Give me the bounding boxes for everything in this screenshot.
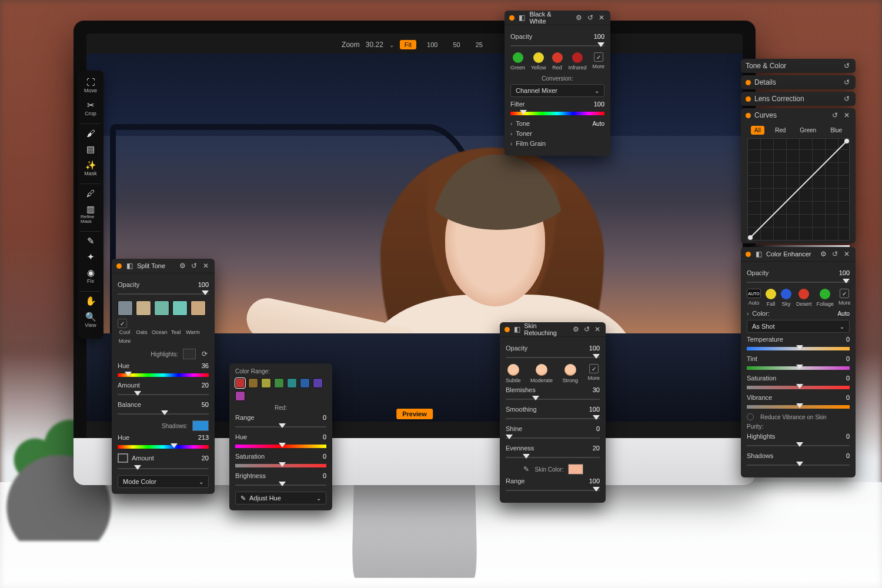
preset-warm[interactable] xyxy=(191,300,206,316)
zoom-100-button[interactable]: 100 xyxy=(422,40,442,49)
refresh-icon[interactable]: ⟳ xyxy=(201,350,209,358)
cr-range-value[interactable]: 0 xyxy=(323,414,326,421)
reset-icon[interactable]: ↺ xyxy=(190,262,198,270)
preset-ocean[interactable] xyxy=(154,300,169,316)
gear-icon[interactable]: ⚙ xyxy=(178,262,186,270)
blem-value[interactable]: 30 xyxy=(593,386,600,393)
tool-brush[interactable]: 🖌 xyxy=(81,123,101,140)
chip-infrared[interactable]: Infrared xyxy=(569,52,587,71)
toner-disclosure[interactable]: ›Toner xyxy=(510,130,604,137)
chip-subtle[interactable]: Subtle xyxy=(506,364,521,383)
even-value[interactable]: 20 xyxy=(593,445,600,452)
preset-more[interactable] xyxy=(118,319,127,328)
white-balance-select[interactable]: As Shot⌄ xyxy=(747,320,850,333)
reset-icon[interactable]: ↺ xyxy=(583,325,590,333)
curves-tab-red[interactable]: Red xyxy=(771,126,789,135)
chip-sky[interactable]: Sky xyxy=(781,289,791,307)
cr-bri-slider[interactable] xyxy=(235,482,326,488)
chip-desert[interactable]: Desert xyxy=(796,289,812,307)
smooth-slider[interactable] xyxy=(506,416,600,422)
tool-wand[interactable]: ✨Mask xyxy=(81,158,101,179)
ce-opacity-value[interactable]: 100 xyxy=(839,269,850,276)
reduce-vibrance-toggle[interactable]: Reduce Vibrance on Skin xyxy=(747,413,850,420)
link-amount-value[interactable]: 20 xyxy=(202,455,209,462)
chip-green[interactable]: Green xyxy=(510,52,525,71)
chip-strong[interactable]: Strong xyxy=(562,364,578,383)
amount-value[interactable]: 20 xyxy=(202,382,209,389)
shadow-hue-value[interactable]: 213 xyxy=(198,434,209,441)
balance-slider[interactable] xyxy=(118,411,209,417)
tool-refine-brush[interactable]: 🖊 xyxy=(81,183,101,200)
reset-icon[interactable]: ↺ xyxy=(843,78,851,86)
color-swatch[interactable] xyxy=(235,391,245,401)
smooth-value[interactable]: 100 xyxy=(589,406,600,413)
color-swatch[interactable] xyxy=(313,378,323,388)
panel-enable-dot[interactable] xyxy=(746,252,751,257)
chip-foliage[interactable]: Foliage xyxy=(817,289,834,307)
cr-bri-value[interactable]: 0 xyxy=(323,472,326,479)
group-details[interactable]: Details↺ xyxy=(741,75,856,89)
tone-auto-button[interactable]: Auto xyxy=(592,121,604,127)
tone-disclosure[interactable]: ›ToneAuto xyxy=(510,120,604,127)
panel-enable-dot[interactable] xyxy=(746,80,751,85)
blem-slider[interactable] xyxy=(506,396,600,402)
conversion-select[interactable]: Channel Mixer⌄ xyxy=(510,84,604,97)
reset-icon[interactable]: ↺ xyxy=(831,250,839,258)
mode-select[interactable]: Mode Color ⌄ xyxy=(118,475,209,488)
cr-hue-slider[interactable] xyxy=(235,443,326,449)
chip-fall[interactable]: Fall xyxy=(766,289,776,307)
filter-slider[interactable] xyxy=(510,111,604,116)
close-icon[interactable]: ✕ xyxy=(843,111,851,119)
cr-sat-value[interactable]: 0 xyxy=(323,453,326,460)
reset-icon[interactable]: ↺ xyxy=(831,111,839,119)
curves-graph[interactable] xyxy=(747,138,850,240)
color-swatch[interactable] xyxy=(274,378,284,388)
panel-enable-dot[interactable] xyxy=(746,113,751,118)
chip-moderate[interactable]: Moderate xyxy=(530,364,553,383)
tool-redeye[interactable]: ◉Fix xyxy=(81,266,101,286)
skin-color-swatch[interactable] xyxy=(568,464,583,475)
panel-enable-dot[interactable] xyxy=(505,327,510,332)
color-auto-button[interactable]: Auto xyxy=(837,310,850,317)
link-amount-slider[interactable] xyxy=(118,466,209,472)
amount-slider[interactable] xyxy=(118,392,209,397)
ce-sat-value[interactable]: 0 xyxy=(846,375,850,382)
hue-slider[interactable] xyxy=(118,372,209,378)
zoom-dropdown-icon[interactable]: ⌄ xyxy=(389,42,394,48)
opacity-value[interactable]: 100 xyxy=(198,281,209,288)
chip-yellow[interactable]: Yellow xyxy=(531,52,546,71)
chip-red[interactable]: Red xyxy=(552,52,563,71)
tool-clone[interactable]: ✦ xyxy=(81,250,101,263)
vib-value[interactable]: 0 xyxy=(846,394,850,401)
tint-value[interactable]: 0 xyxy=(846,355,850,362)
sk-opacity-value[interactable]: 100 xyxy=(589,345,600,352)
sk-range-slider[interactable] xyxy=(506,487,600,493)
color-swatch[interactable] xyxy=(248,378,258,388)
color-disclosure[interactable]: ›Color:Auto xyxy=(747,310,850,317)
close-icon[interactable]: ✕ xyxy=(843,250,851,258)
purity-hi-slider[interactable] xyxy=(747,443,850,449)
grain-disclosure[interactable]: ›Film Grain xyxy=(510,140,604,147)
gear-icon[interactable]: ⚙ xyxy=(572,325,579,333)
color-swatch[interactable] xyxy=(300,378,310,388)
opacity-slider[interactable] xyxy=(118,291,209,297)
panel-enable-dot[interactable] xyxy=(509,15,514,21)
purity-sh-value[interactable]: 0 xyxy=(846,452,850,459)
link-toggle[interactable] xyxy=(118,453,128,463)
eyedropper-icon[interactable]: ✎ xyxy=(522,465,530,473)
vib-slider[interactable] xyxy=(747,404,850,410)
panel-enable-dot[interactable] xyxy=(116,263,122,269)
close-icon[interactable]: ✕ xyxy=(598,14,606,22)
shadow-hue-slider[interactable] xyxy=(118,444,209,450)
color-swatch[interactable] xyxy=(261,378,271,388)
chip-more[interactable]: More xyxy=(592,52,604,71)
tool-hand[interactable]: ✋ xyxy=(81,291,101,308)
chip-more[interactable]: More xyxy=(587,364,600,383)
reset-icon[interactable]: ↺ xyxy=(843,62,851,70)
purity-sh-slider[interactable] xyxy=(747,462,850,468)
shadows-swatch[interactable] xyxy=(192,420,209,431)
chip-more[interactable]: More xyxy=(838,289,851,307)
cr-hue-value[interactable]: 0 xyxy=(323,433,326,440)
shine-value[interactable]: 0 xyxy=(596,425,600,432)
close-icon[interactable]: ✕ xyxy=(594,325,601,333)
